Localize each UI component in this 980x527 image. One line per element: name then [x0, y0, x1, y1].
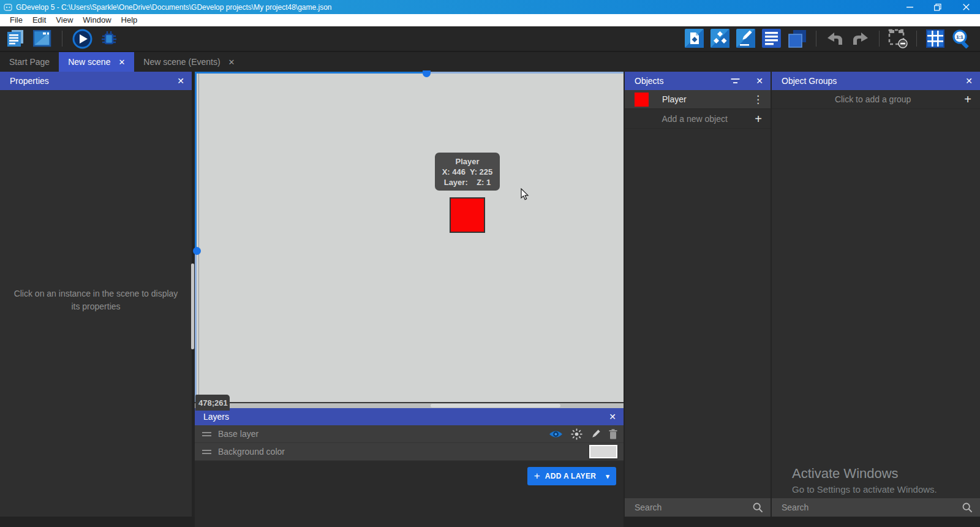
- objects-header: Objects ✕: [625, 72, 771, 90]
- layers-stack-icon: [788, 29, 807, 48]
- close-icon[interactable]: ✕: [170, 76, 184, 86]
- object-groups-header: Object Groups ✕: [772, 72, 980, 90]
- close-icon: [963, 4, 970, 10]
- effects-icon[interactable]: [571, 428, 582, 440]
- close-icon[interactable]: ✕: [601, 412, 616, 422]
- tab-close-icon[interactable]: ✕: [118, 58, 125, 67]
- edit-pencil-icon[interactable]: [590, 429, 601, 439]
- redo-button[interactable]: [850, 28, 871, 49]
- undo-button[interactable]: [824, 28, 845, 49]
- menu-bar: File Edit View Window Help: [0, 14, 980, 26]
- drag-handle-icon[interactable]: [202, 432, 211, 436]
- object-groups-editor-button[interactable]: [710, 28, 731, 49]
- restore-button[interactable]: [924, 0, 952, 14]
- layers-header: Layers ✕: [195, 408, 624, 425]
- groups-search-bar: [772, 498, 980, 517]
- layer-row-background[interactable]: Background color: [195, 443, 624, 461]
- tab-start-page[interactable]: Start Page: [0, 52, 59, 72]
- layers-title: Layers: [203, 412, 601, 422]
- scene-window-handle-left[interactable]: [193, 247, 201, 255]
- scene-window-border-left-light: [195, 248, 197, 402]
- play-button[interactable]: [72, 28, 92, 49]
- menu-window[interactable]: Window: [78, 14, 116, 26]
- objects-editor-button[interactable]: [684, 28, 705, 49]
- add-layer-label: ADD A LAYER: [545, 472, 596, 480]
- layer-name: Base layer: [218, 429, 542, 439]
- instances-list-icon: [762, 29, 782, 48]
- tab-new-scene-events[interactable]: New scene (Events) ✕: [134, 52, 244, 72]
- start-page-button[interactable]: [32, 28, 53, 49]
- plus-icon: +: [964, 93, 971, 105]
- horizontal-scrollbar-thumb[interactable]: [431, 404, 560, 408]
- tooltip-object-name: Player: [455, 156, 479, 167]
- kebab-menu-icon[interactable]: ⋮: [753, 94, 763, 105]
- objects-search-input[interactable]: [635, 502, 753, 512]
- debug-button[interactable]: [99, 28, 119, 49]
- tab-label: New scene: [68, 57, 110, 67]
- close-icon[interactable]: ✕: [958, 76, 973, 86]
- background-color-label: Background color: [218, 447, 582, 457]
- layers-editor-button[interactable]: [787, 28, 808, 49]
- properties-scrollbar[interactable]: [191, 264, 194, 349]
- object-thumbnail: [635, 93, 649, 107]
- delete-trash-icon[interactable]: [609, 429, 617, 439]
- grid-button[interactable]: [925, 28, 946, 49]
- watermark-subtitle: Go to Settings to activate Windows.: [792, 484, 937, 495]
- zoom-reset-button[interactable]: 1:1: [951, 28, 971, 49]
- undo-icon: [826, 31, 844, 46]
- objects-search-bar: [625, 498, 771, 517]
- selection-mask-icon: [888, 29, 908, 48]
- chevron-down-icon[interactable]: ▾: [606, 472, 609, 480]
- menu-edit[interactable]: Edit: [28, 14, 51, 26]
- mouse-cursor: [521, 188, 530, 201]
- close-icon[interactable]: ✕: [748, 76, 763, 86]
- window-title: GDevelop 5 - C:\Users\Sparkle\OneDrive\D…: [16, 3, 895, 12]
- drag-handle-icon[interactable]: [202, 450, 211, 454]
- scene-canvas[interactable]: Player X: 446 Y: 225 Layer: Z: 1: [195, 72, 624, 403]
- menu-file[interactable]: File: [5, 14, 28, 26]
- object-groups-panel: Object Groups ✕ Click to add a group + A…: [772, 72, 980, 517]
- properties-empty-message: Click on an instance in the scene to dis…: [0, 287, 192, 313]
- minimize-icon: [907, 4, 913, 10]
- plus-icon: +: [755, 113, 762, 125]
- search-icon: [753, 502, 763, 513]
- add-object-row[interactable]: Add a new object +: [625, 109, 771, 129]
- layer-row-base[interactable]: Base layer: [195, 425, 624, 443]
- player-instance[interactable]: [450, 197, 485, 233]
- scene-window-border-top: [195, 72, 423, 74]
- mask-selection-button[interactable]: [888, 28, 908, 49]
- tab-label: Start Page: [9, 57, 50, 67]
- scene-window-border-left: [195, 72, 197, 248]
- zoom-1-1-icon: 1:1: [952, 29, 971, 48]
- scene-window-border-top-light: [423, 72, 624, 74]
- minimize-button[interactable]: [895, 0, 924, 14]
- object-row-player[interactable]: Player ⋮: [625, 90, 771, 109]
- instances-list-button[interactable]: [761, 28, 782, 49]
- watermark-title: Activate Windows: [792, 466, 937, 482]
- groups-search-input[interactable]: [782, 502, 962, 512]
- tab-bar: Start Page New scene ✕ New scene (Events…: [0, 52, 980, 72]
- menu-view[interactable]: View: [51, 14, 78, 26]
- project-manager-button[interactable]: [5, 28, 26, 49]
- toolbar-separator: [816, 31, 816, 47]
- object-groups-icon: [710, 29, 730, 48]
- background-color-swatch[interactable]: [589, 445, 617, 458]
- add-object-label: Add a new object: [635, 114, 755, 124]
- close-button[interactable]: [952, 0, 980, 14]
- tab-close-icon[interactable]: ✕: [228, 58, 235, 67]
- toolbar-separator: [916, 31, 917, 47]
- add-layer-button[interactable]: + ADD A LAYER ▾: [527, 467, 616, 485]
- scene-window-icon: [33, 30, 51, 47]
- add-group-row[interactable]: Click to add a group +: [772, 90, 980, 109]
- grid-icon: [926, 29, 944, 48]
- properties-editor-button[interactable]: [736, 28, 756, 49]
- objects-panel: Objects ✕ Player ⋮ Add a new object +: [625, 72, 771, 517]
- restore-icon: [934, 4, 941, 11]
- filter-icon[interactable]: [731, 78, 740, 85]
- gdevelop-logo-icon: [4, 3, 12, 12]
- menu-help[interactable]: Help: [116, 14, 143, 26]
- project-manager-icon: [6, 29, 24, 48]
- visibility-eye-icon[interactable]: [549, 430, 563, 439]
- scene-window-handle-top[interactable]: [423, 70, 431, 77]
- tab-new-scene[interactable]: New scene ✕: [59, 52, 134, 72]
